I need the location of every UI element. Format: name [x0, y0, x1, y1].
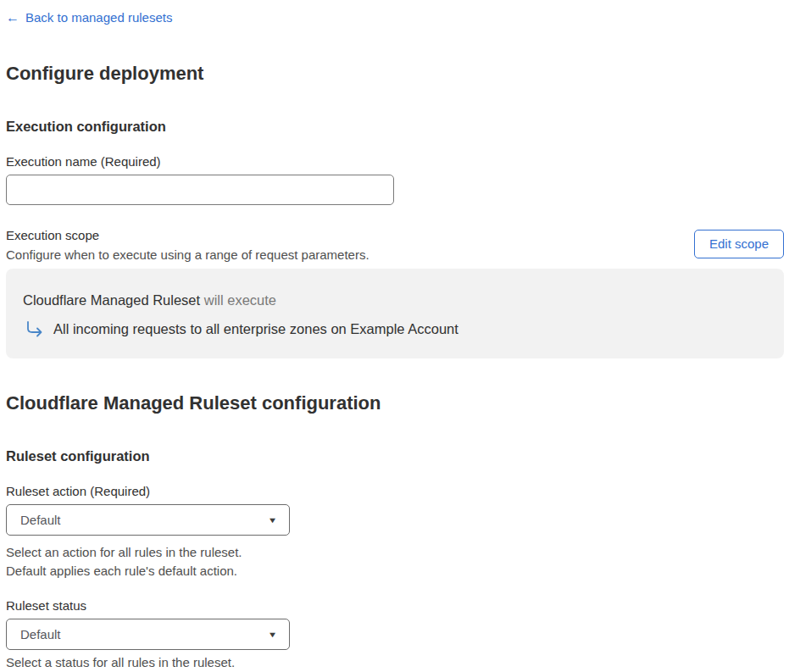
ruleset-status-label: Ruleset status	[6, 597, 784, 614]
ruleset-configuration-title: Cloudflare Managed Ruleset configuration	[6, 391, 784, 416]
execution-scope-row: Execution scope Configure when to execut…	[6, 225, 784, 264]
configure-deployment-page: ← Back to managed rulesets Configure dep…	[0, 0, 789, 672]
ruleset-action-help-line1: Select an action for all rules in the ru…	[6, 543, 784, 562]
execution-configuration-heading: Execution configuration	[6, 117, 784, 136]
ruleset-action-help-line2: Default applies each rule's default acti…	[6, 562, 784, 580]
chevron-down-icon: ▼	[268, 516, 278, 525]
scope-summary-line2: All incoming requests to all enterprise …	[25, 319, 767, 338]
scope-summary-will-execute: will execute	[200, 292, 276, 308]
ruleset-action-help: Select an action for all rules in the ru…	[6, 543, 784, 580]
scope-summary-ruleset-name: Cloudflare Managed Ruleset	[23, 292, 200, 308]
execution-scope-description: Configure when to execute using a range …	[6, 245, 369, 264]
ruleset-action-label: Ruleset action (Required)	[6, 483, 784, 500]
scope-summary-box: Cloudflare Managed Ruleset will execute …	[6, 269, 784, 358]
scope-summary-line1: Cloudflare Managed Ruleset will execute	[23, 291, 767, 309]
scope-summary-text: All incoming requests to all enterprise …	[53, 319, 458, 338]
execution-scope-text: Execution scope Configure when to execut…	[6, 225, 369, 264]
execution-name-input[interactable]	[6, 175, 394, 205]
back-to-managed-rulesets-link[interactable]: ← Back to managed rulesets	[6, 8, 172, 27]
ruleset-action-selected-value: Default	[20, 513, 61, 527]
back-arrow-icon: ←	[6, 11, 19, 25]
ruleset-status-help: Select a status for all rules in the rul…	[6, 653, 784, 672]
execution-scope-label: Execution scope	[6, 225, 369, 245]
page-title: Configure deployment	[6, 61, 784, 86]
ruleset-status-select[interactable]: Default ▼	[6, 619, 290, 650]
ruleset-status-selected-value: Default	[20, 627, 61, 641]
execution-name-label: Execution name (Required)	[6, 153, 784, 170]
chevron-down-icon: ▼	[268, 630, 278, 639]
return-arrow-icon	[25, 321, 44, 337]
edit-scope-button[interactable]: Edit scope	[694, 230, 784, 258]
ruleset-action-select[interactable]: Default ▼	[6, 504, 290, 536]
ruleset-configuration-subheading: Ruleset configuration	[6, 447, 784, 465]
back-link-label: Back to managed rulesets	[25, 8, 172, 27]
